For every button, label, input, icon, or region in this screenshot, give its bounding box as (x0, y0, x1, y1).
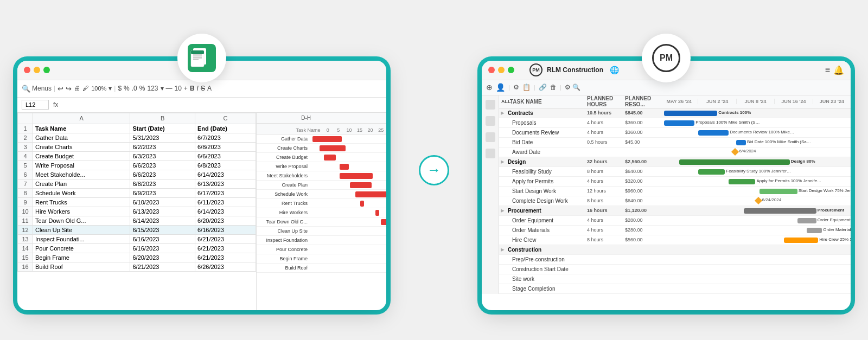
pm-task-row[interactable]: Order Materials 4 hours $280.00 Order Ma… (499, 226, 851, 235)
number-format[interactable]: % (139, 85, 145, 92)
pm-task-row[interactable]: ▶ Procurement 16 hours $1,120.00 Procure… (499, 206, 851, 216)
cell-a-2[interactable]: Gather Data (33, 133, 130, 142)
pm-close-button[interactable] (488, 67, 495, 73)
minimize-button[interactable] (34, 67, 40, 73)
pm-user-icon[interactable]: 👤 (496, 83, 505, 92)
cell-a-3[interactable]: Create Charts (33, 142, 130, 151)
cell-c-16[interactable]: 6/26/2023 (195, 262, 256, 271)
text-color-button[interactable]: A (207, 85, 212, 92)
pm-group-icon[interactable]: 📋 (522, 84, 531, 91)
pm-add-icon[interactable]: ⊕ (486, 83, 493, 92)
pm-task-row[interactable]: Prep/Pre-construction (499, 255, 851, 265)
pm-filter-icon[interactable]: ⚙ (513, 84, 519, 91)
undo-icon[interactable]: ↩ (58, 85, 63, 93)
menus-button[interactable]: 🔍 Menus (22, 85, 52, 93)
cell-b-6[interactable]: 6/6/2023 (130, 170, 195, 179)
sheets-grid[interactable]: A B C 1 Task Name Start (Date) End (Date… (17, 113, 256, 310)
cell-b-15[interactable]: 6/20/2023 (130, 253, 195, 262)
cell-c-14[interactable]: 6/21/2023 (195, 243, 256, 253)
pm-maximize-button[interactable] (508, 67, 514, 73)
pm-minimize-button[interactable] (498, 67, 505, 73)
pm-task-row[interactable]: Proposals 4 hours $360.00 Proposals 100%… (499, 118, 851, 128)
cell-b-2[interactable]: 5/31/2023 (130, 133, 195, 142)
pm-task-row[interactable]: ▶ Contracts 10.5 hours $845.00 Contracts… (499, 108, 851, 118)
cell-a-6[interactable]: Meet Stakeholde... (33, 170, 130, 179)
cell-c-15[interactable]: 6/21/2023 (195, 253, 256, 262)
pm-task-row[interactable]: Stage Completion (499, 284, 851, 294)
pm-task-row[interactable]: ▶ Construction (499, 245, 851, 255)
pm-task-row[interactable]: Award Date 6/4/2024 (499, 147, 851, 157)
pm-task-row[interactable]: Order Equipment 4 hours $280.00 Order Eq… (499, 216, 851, 226)
cell-c-4[interactable]: 6/6/2023 (195, 151, 256, 161)
close-button[interactable] (24, 67, 30, 73)
redo-icon[interactable]: ↪ (66, 85, 72, 93)
pm-settings-icon[interactable]: ≡ (825, 65, 830, 75)
cell-b-14[interactable]: 6/16/2023 (130, 243, 195, 253)
cell-c-7[interactable]: 6/13/2023 (195, 179, 256, 188)
cell-a-9[interactable]: Rent Trucks (33, 197, 130, 207)
cell-b-1[interactable]: Start (Date) (130, 124, 195, 133)
pm-link-icon[interactable]: 🔗 (539, 84, 547, 91)
cell-c-9[interactable]: 6/11/2023 (195, 197, 256, 207)
pm-task-row[interactable]: Apply for Permits 4 hours $320.00 Apply … (499, 177, 851, 187)
cell-b-9[interactable]: 6/10/2023 (130, 197, 195, 207)
pm-task-row[interactable]: Start Design Work 12 hours $960.00 Start… (499, 187, 851, 196)
cell-c-12[interactable]: 6/16/2023 (195, 225, 256, 234)
pm-nav-list[interactable] (486, 149, 495, 158)
cell-c-6[interactable]: 6/14/2023 (195, 170, 256, 179)
pm-task-row[interactable]: Hire Crew 8 hours $560.00 Hire Crew 25% … (499, 235, 851, 245)
print-icon[interactable]: 🖨 (74, 85, 80, 92)
font-dropdown[interactable]: 123 (147, 85, 158, 92)
maximize-button[interactable] (43, 67, 50, 73)
cell-a-8[interactable]: Schedule Work (33, 188, 130, 197)
cell-c-2[interactable]: 6/7/2023 (195, 133, 256, 142)
cell-a-11[interactable]: Tear Down Old G... (33, 216, 130, 225)
cell-reference[interactable]: L12 (22, 100, 49, 110)
pm-delete-icon[interactable]: 🗑 (550, 84, 557, 91)
cell-c-8[interactable]: 6/17/2023 (195, 188, 256, 197)
cell-c-13[interactable]: 6/21/2023 (195, 234, 256, 243)
cell-a-7[interactable]: Create Plan (33, 179, 130, 188)
cell-c-5[interactable]: 6/8/2023 (195, 161, 256, 170)
pm-task-row[interactable]: Feasibility Study 8 hours $640.00 Feasib… (499, 167, 851, 177)
cell-b-5[interactable]: 6/6/2023 (130, 161, 195, 170)
cell-a-14[interactable]: Pour Concrete (33, 243, 130, 253)
decimal-icon[interactable]: .0 (132, 85, 137, 92)
cell-c-11[interactable]: 6/20/2023 (195, 216, 256, 225)
pm-nav-all[interactable] (486, 100, 495, 110)
italic-button[interactable]: I (197, 85, 199, 92)
cell-b-13[interactable]: 6/16/2023 (130, 234, 195, 243)
cell-b-7[interactable]: 6/8/2023 (130, 179, 195, 188)
cell-b-3[interactable]: 6/2/2023 (130, 142, 195, 151)
pm-task-row[interactable]: Complete Design Work 8 hours $640.00 6/2… (499, 196, 851, 206)
cell-a-16[interactable]: Build Roof (33, 262, 130, 271)
cell-c-3[interactable]: 6/8/2023 (195, 142, 256, 151)
percent-icon[interactable]: % (124, 85, 130, 92)
pm-more-icons[interactable]: ⚙ 🔍 (565, 84, 580, 91)
pm-nav-gantt[interactable] (486, 116, 495, 126)
pm-task-row[interactable]: Construction Start Date (499, 265, 851, 274)
pm-notifications-icon[interactable]: 🔔 (833, 65, 844, 75)
cell-b-11[interactable]: 6/14/2023 (130, 216, 195, 225)
cell-a-13[interactable]: Inspect Foundati... (33, 234, 130, 243)
cell-c-10[interactable]: 6/14/2023 (195, 207, 256, 216)
cell-a-5[interactable]: Write Proposal (33, 161, 130, 170)
cell-a-10[interactable]: Hire Workers (33, 207, 130, 216)
strikethrough-button[interactable]: S (201, 85, 205, 92)
bold-button[interactable]: B (190, 85, 195, 92)
pm-nav-board[interactable] (486, 132, 495, 142)
cell-a-15[interactable]: Begin Frame (33, 253, 130, 262)
zoom-level[interactable]: 100% (91, 85, 106, 92)
pm-task-row[interactable]: Site work (499, 274, 851, 284)
cell-b-12[interactable]: 6/15/2023 (130, 225, 195, 234)
pm-task-row[interactable]: Bid Date 0.5 hours $45.00 Bid Date 100% … (499, 138, 851, 147)
cell-a-1[interactable]: Task Name (33, 124, 130, 133)
cell-b-10[interactable]: 6/13/2023 (130, 207, 195, 216)
cell-a-4[interactable]: Create Budget (33, 151, 130, 161)
cell-a-12[interactable]: Clean Up Site (33, 225, 130, 234)
cell-b-8[interactable]: 6/9/2023 (130, 188, 195, 197)
font-size[interactable]: 10 (175, 85, 182, 92)
format-icon[interactable]: 🖋 (82, 85, 89, 92)
cell-b-16[interactable]: 6/21/2023 (130, 262, 195, 271)
cell-c-1[interactable]: End (Date) (195, 124, 256, 133)
